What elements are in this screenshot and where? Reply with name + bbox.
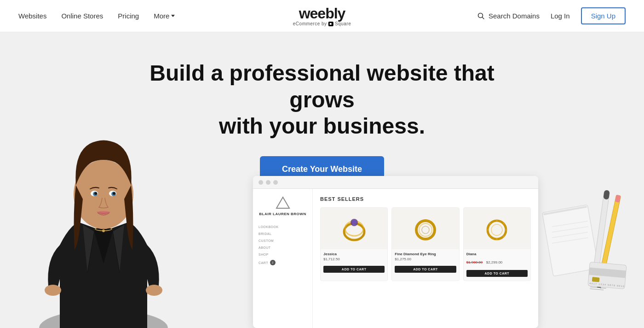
ring-svg-diamond [409, 212, 442, 245]
svg-point-31 [487, 229, 489, 231]
website-mockup: BLAIR LAUREN BROWN LOOKBOOK BRIDAL CUSTO… [253, 176, 538, 328]
ring-svg-diana [481, 212, 513, 245]
mockup-sidebar: BLAIR LAUREN BROWN LOOKBOOK BRIDAL CUSTO… [253, 189, 313, 328]
product-price-jessica: $1,712.50 [323, 257, 385, 261]
nav-more[interactable]: More [154, 12, 175, 20]
product-card-diana: Diana $1,900.00 $2,299.00 ADD TO CART [463, 207, 531, 281]
search-domains-link[interactable]: Search Domains [477, 12, 540, 20]
sidebar-nav-cart[interactable]: CART 2 [259, 258, 307, 267]
logo-text: weebly [299, 6, 345, 21]
svg-point-29 [496, 238, 498, 240]
svg-point-33 [491, 224, 502, 235]
svg-marker-15 [276, 197, 289, 208]
sidebar-nav-lookbook[interactable]: LOOKBOOK [259, 223, 307, 230]
product-card-diamond: Fine Diamond Eye Ring $1,275.00 ADD TO C… [391, 207, 459, 281]
person-svg [23, 88, 184, 328]
mockup-titlebar [253, 176, 538, 189]
svg-point-14 [146, 285, 162, 296]
svg-rect-44 [615, 195, 621, 203]
sidebar-nav-shop[interactable]: SHOP [259, 251, 307, 258]
notebook-svg: 4417 1234 5678 9010 [538, 181, 630, 319]
product-name-diamond: Fine Diamond Eye Ring [395, 252, 456, 256]
nav-pricing[interactable]: Pricing [118, 12, 139, 20]
svg-line-52 [590, 289, 604, 290]
notebook-illustration: 4417 1234 5678 9010 [538, 181, 630, 319]
svg-point-27 [505, 229, 507, 231]
svg-point-30 [489, 235, 491, 237]
hero-headline: Build a professional website that grows … [133, 60, 511, 182]
nav-online-stores[interactable]: Online Stores [61, 12, 103, 20]
search-domains-label: Search Domains [489, 12, 540, 20]
login-button[interactable]: Log In [551, 12, 570, 20]
mockup-content: BEST SELLERS [313, 189, 538, 328]
svg-line-1 [483, 17, 484, 19]
sidebar-nav-about[interactable]: ABOUT [259, 244, 307, 251]
titlebar-dot-2 [266, 180, 270, 185]
svg-point-32 [489, 223, 491, 224]
product-image-diamond [392, 208, 459, 249]
sidebar-triangle-icon [276, 196, 290, 209]
add-to-cart-diana[interactable]: ADD TO CART [466, 270, 528, 277]
svg-point-12 [113, 192, 115, 195]
product-card-jessica: Jessica $1,712.50 ADD TO CART [320, 207, 388, 281]
product-orig-price-diana: $2,299.00 [486, 260, 503, 264]
sidebar-nav-custom[interactable]: CUSTOM [259, 237, 307, 244]
svg-point-23 [422, 226, 429, 234]
product-image-jessica [321, 208, 387, 249]
product-info-diamond: Fine Diamond Eye Ring $1,275.00 ADD TO C… [392, 249, 459, 276]
mockup-body: BLAIR LAUREN BROWN LOOKBOOK BRIDAL CUSTO… [253, 189, 538, 328]
product-name-diana: Diana [466, 252, 528, 256]
add-to-cart-diamond[interactable]: ADD TO CART [395, 266, 456, 273]
navbar: Websites Online Stores Pricing More weeb… [0, 0, 644, 32]
hero-section: Build a professional website that grows … [0, 32, 644, 328]
svg-point-22 [419, 223, 432, 236]
square-badge: ■ [328, 22, 334, 26]
sidebar-nav-bridal[interactable]: BRIDAL [259, 230, 307, 237]
logo[interactable]: weebly eCommerce by ■ Square [293, 6, 351, 26]
nav-websites[interactable]: Websites [18, 12, 46, 20]
ring-svg-jessica [338, 212, 370, 245]
svg-point-5 [102, 229, 105, 232]
hero-headline-text: Build a professional website that grows … [133, 60, 511, 140]
nav-right: Search Domains Log In Sign Up [477, 7, 626, 24]
products-grid: Jessica $1,712.50 ADD TO CART [320, 207, 531, 281]
product-name-jessica: Jessica [323, 252, 385, 256]
product-price-diamond: $1,275.00 [395, 257, 456, 261]
chevron-down-icon [171, 15, 175, 17]
titlebar-dot-1 [259, 180, 263, 185]
logo-sub: eCommerce by ■ Square [293, 22, 351, 26]
titlebar-dot-3 [273, 180, 278, 185]
svg-point-13 [45, 285, 61, 296]
person-illustration [23, 88, 184, 328]
svg-point-26 [503, 223, 505, 224]
search-icon [477, 12, 485, 20]
add-to-cart-jessica[interactable]: ADD TO CART [323, 266, 385, 273]
nav-left: Websites Online Stores Pricing More [18, 12, 175, 20]
svg-point-28 [503, 235, 505, 237]
cart-count-badge: 2 [270, 260, 276, 265]
signup-button[interactable]: Sign Up [581, 7, 626, 24]
svg-rect-49 [592, 277, 600, 282]
svg-point-11 [94, 192, 97, 195]
product-price-diana: $1,900.00 $2,299.00 [466, 257, 528, 265]
product-sale-price-diana: $1,900.00 [466, 260, 483, 264]
svg-point-25 [496, 220, 498, 222]
product-image-diana [464, 208, 530, 249]
best-sellers-title: BEST SELLERS [320, 196, 531, 202]
product-info-jessica: Jessica $1,712.50 ADD TO CART [321, 249, 387, 276]
svg-point-19 [352, 220, 356, 225]
sidebar-logo: BLAIR LAUREN BROWN [259, 196, 307, 216]
product-info-diana: Diana $1,900.00 $2,299.00 ADD TO CART [464, 249, 530, 281]
sidebar-brand: BLAIR LAUREN BROWN [259, 212, 306, 216]
